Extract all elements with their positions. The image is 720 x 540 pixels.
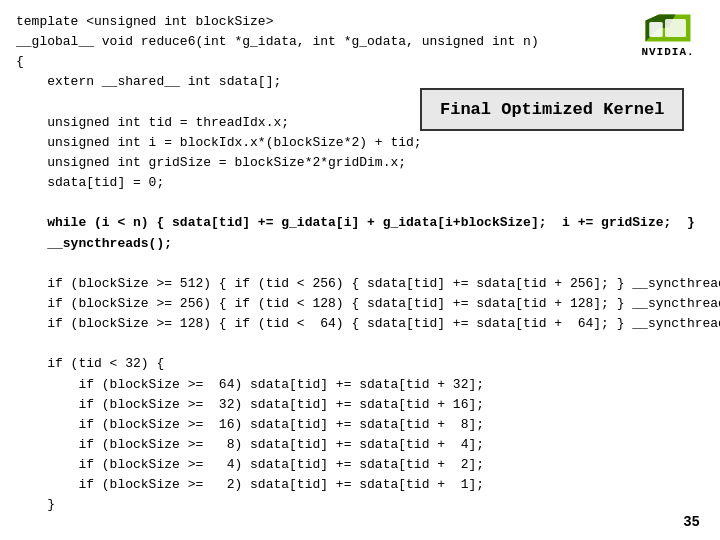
code-line-8: unsigned int gridSize = blockSize*2*grid… <box>16 153 704 173</box>
code-line-if2: if (blockSize >= 2) sdata[tid] += sdata[… <box>16 475 704 495</box>
highlight-box: Final Optimized Kernel <box>420 88 684 131</box>
code-line-gout: if (tid == 0) g_odata[blockIdx.x] = sdat… <box>16 536 704 540</box>
code-line-7: unsigned int i = blockIdx.x*(blockSize*2… <box>16 133 704 153</box>
code-line-tid32: if (tid < 32) { <box>16 354 704 374</box>
code-line-syncthreads: __syncthreads(); <box>16 234 704 254</box>
code-line-13 <box>16 334 704 354</box>
svg-rect-2 <box>649 22 663 37</box>
nvidia-eye-icon <box>638 12 698 44</box>
code-line-1: template <unsigned int blockSize> <box>16 12 704 32</box>
page-number: 35 <box>683 514 700 530</box>
code-container: template <unsigned int blockSize> __glob… <box>0 0 720 540</box>
code-line-3: { <box>16 52 704 72</box>
code-line-if8: if (blockSize >= 8) sdata[tid] += sdata[… <box>16 435 704 455</box>
code-line-14 <box>16 516 704 536</box>
code-line-if128: if (blockSize >= 128) { if (tid < 64) { … <box>16 314 704 334</box>
code-line-while: while (i < n) { sdata[tid] += g_idata[i]… <box>16 213 704 233</box>
code-line-close-brace: } <box>16 495 704 515</box>
nvidia-logo: NVIDIA. <box>628 10 708 60</box>
code-line-if256: if (blockSize >= 256) { if (tid < 128) {… <box>16 294 704 314</box>
code-line-10 <box>16 193 704 213</box>
code-line-if64: if (blockSize >= 64) sdata[tid] += sdata… <box>16 375 704 395</box>
code-line-2: __global__ void reduce6(int *g_idata, in… <box>16 32 704 52</box>
code-line-9: sdata[tid] = 0; <box>16 173 704 193</box>
code-line-if16: if (blockSize >= 16) sdata[tid] += sdata… <box>16 415 704 435</box>
svg-rect-3 <box>665 19 686 37</box>
code-line-if32: if (blockSize >= 32) sdata[tid] += sdata… <box>16 395 704 415</box>
code-line-if512: if (blockSize >= 512) { if (tid < 256) {… <box>16 274 704 294</box>
highlight-label: Final Optimized Kernel <box>440 100 664 119</box>
code-line-if4: if (blockSize >= 4) sdata[tid] += sdata[… <box>16 455 704 475</box>
nvidia-text: NVIDIA. <box>641 46 694 58</box>
code-line-12 <box>16 254 704 274</box>
